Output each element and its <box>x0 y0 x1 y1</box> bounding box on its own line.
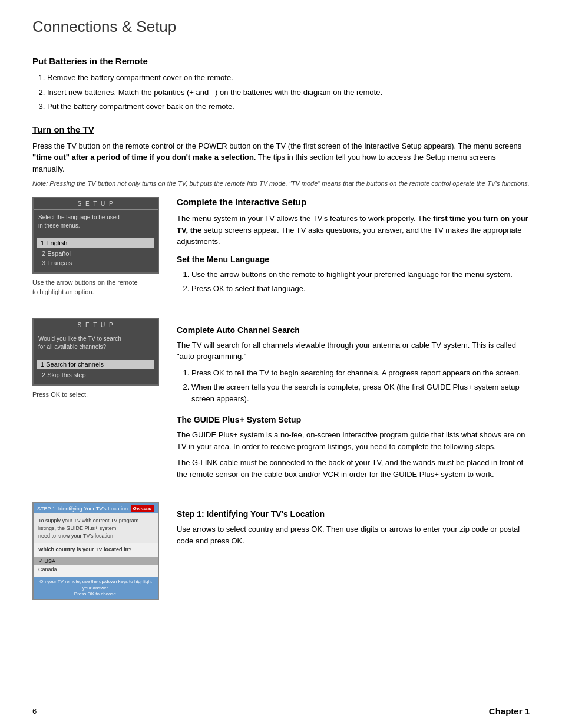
batteries-section: Put Batteries in the Remote Remove the b… <box>32 56 530 113</box>
turnon-note: Note: Pressing the TV button not only tu… <box>32 179 530 188</box>
screen1-caption: Use the arrow buttons on the remote to h… <box>32 278 162 297</box>
step1-section: Step 1: Identifying Your TV's Location U… <box>177 502 530 551</box>
tv-screen2-item1: 2 Skip this step <box>38 370 153 380</box>
setup-row-language: S E T U P Select the language to be used… <box>32 197 530 301</box>
guide-plus-heading: The GUIDE Plus+ System Setup <box>177 415 530 424</box>
tv-screen2-footer: 1 Search for channels 2 Skip this step <box>34 355 158 384</box>
turnon-section: Turn on the TV Press the TV button on th… <box>32 124 530 189</box>
guide-screen-container: STEP 1: Identifying Your TV's Location G… <box>32 502 162 600</box>
guide-footer: On your TV remote, use the up/down keys … <box>34 577 158 599</box>
tv-screen1-footer: 1 English 2 Español 3 Français <box>34 233 158 272</box>
auto-channel-steps: Press OK to tell the TV to begin searchi… <box>191 367 530 405</box>
complete-interactive-section: Complete the Interactive Setup The menu … <box>177 197 530 301</box>
tv-screen2-body: Would you like the TV to search for all … <box>34 331 158 355</box>
tv-screen2-highlight: 1 Search for channels <box>37 360 154 369</box>
batteries-step-3: Put the battery compartment cover back o… <box>47 101 530 113</box>
auto-channel-section: Complete Auto Channel Search The TV will… <box>177 318 530 485</box>
page-footer: 6 Chapter 1 <box>32 701 530 716</box>
screen2-caption: Press OK to select. <box>32 390 162 399</box>
set-menu-step-2: Press OK to select that language. <box>191 283 530 295</box>
set-menu-step-1: Use the arrow buttons on the remote to h… <box>191 269 530 281</box>
complete-paragraph: The menu system in your TV allows the TV… <box>177 213 530 248</box>
tv-screen1-body: Select the language to be used in these … <box>34 210 158 233</box>
batteries-steps: Remove the battery compartment cover on … <box>47 72 530 113</box>
guide-screen-body: To supply your TV with correct TV progra… <box>34 513 158 543</box>
guide-options: ✓ USA Canada <box>34 556 158 577</box>
batteries-step-2: Insert new batteries. Match the polariti… <box>47 87 530 98</box>
setup-row-guide: STEP 1: Identifying Your TV's Location G… <box>32 502 530 600</box>
tv-screen1-item1: 2 Español <box>38 249 153 258</box>
batteries-step-1: Remove the battery compartment cover on … <box>47 72 530 84</box>
footer-page-number: 6 <box>32 707 37 716</box>
auto-channel-para1: The TV will search for all channels view… <box>177 340 530 363</box>
guide-option-canada: Canada <box>34 565 158 574</box>
step1-paragraph: Use arrows to select country and press O… <box>177 523 530 546</box>
tv-screen1-item2: 3 Français <box>38 258 153 268</box>
turnon-paragraph: Press the TV button on the remote contro… <box>32 140 530 175</box>
tv-screen1-highlight: 1 English <box>37 238 154 248</box>
auto-channel-heading: Complete Auto Channel Search <box>177 325 530 335</box>
tv-screen2-title: S E T U P <box>34 319 158 331</box>
complete-heading: Complete the Interactive Setup <box>177 197 530 207</box>
guide-logo: Gemstar <box>131 505 154 512</box>
auto-channel-step-2: When the screen tells you the search is … <box>191 381 530 404</box>
tv-screen1-title: S E T U P <box>34 198 158 210</box>
guide-question: Which country is your TV located in? <box>34 543 158 556</box>
guide-plus-para1: The GUIDE Plus+ system is a no-fee, on-s… <box>177 429 530 452</box>
auto-channel-step-1: Press OK to tell the TV to begin searchi… <box>191 367 530 379</box>
setup-row-channels: S E T U P Would you like the TV to searc… <box>32 318 530 485</box>
guide-plus-para2: The G-LINK cable must be connected to th… <box>177 457 530 480</box>
guide-header-text: STEP 1: Identifying Your TV's Location <box>37 506 128 512</box>
setup-screen-language: S E T U P Select the language to be used… <box>32 197 162 297</box>
set-menu-steps: Use the arrow buttons on the remote to h… <box>191 269 530 295</box>
page-title: Connections & Setup <box>32 18 530 41</box>
guide-option-usa: ✓ USA <box>34 557 158 565</box>
guide-screen-header: STEP 1: Identifying Your TV's Location G… <box>34 503 158 513</box>
turnon-heading: Turn on the TV <box>32 124 530 134</box>
set-menu-language-heading: Set the Menu Language <box>177 255 530 264</box>
footer-chapter: Chapter 1 <box>489 706 530 716</box>
batteries-heading: Put Batteries in the Remote <box>32 56 530 66</box>
setup-screen-channels: S E T U P Would you like the TV to searc… <box>32 318 162 399</box>
step1-heading: Step 1: Identifying Your TV's Location <box>177 509 530 519</box>
